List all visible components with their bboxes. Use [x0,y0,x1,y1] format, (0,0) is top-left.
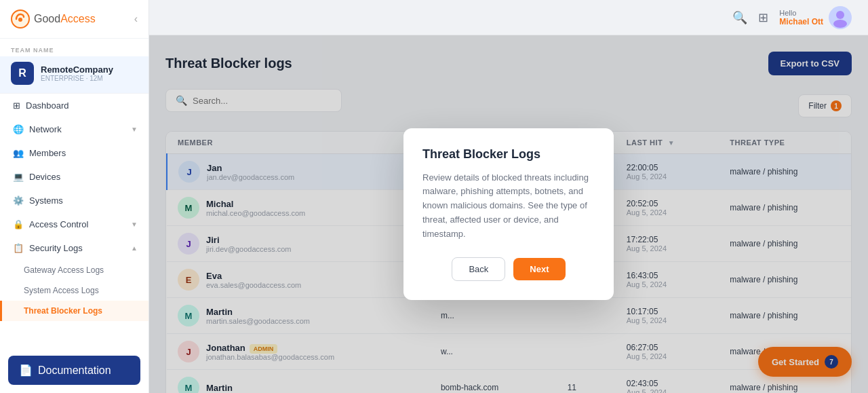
sidebar-item-network[interactable]: 🌐 Network ▼ [0,117,149,141]
svg-point-2 [836,11,844,19]
modal-actions: Back Next [422,257,595,281]
access-control-icon: 🔒 [13,219,24,229]
svg-point-3 [833,20,847,28]
team-name: RemoteCompany [41,64,113,75]
threat-blocker-logs-modal: Threat Blocker Logs Review details of bl… [403,128,614,301]
chevron-down-icon: ▼ [131,221,138,228]
sidebar-item-gateway-access-logs[interactable]: Gateway Access Logs [0,260,149,280]
logo: GoodAccess [11,10,96,29]
devices-icon: 💻 [13,172,24,182]
modal-title: Threat Blocker Logs [422,147,595,162]
network-icon: 🌐 [13,124,24,134]
sidebar-item-system-access-logs[interactable]: System Access Logs [0,280,149,301]
next-button[interactable]: Next [513,258,565,280]
docs-icon: 📄 [19,364,33,377]
sidebar-item-threat-blocker-logs[interactable]: Threat Blocker Logs [0,301,149,321]
logo-icon [11,10,30,29]
topbar: 🔍 ⊞ Hello Michael Ott [149,0,868,35]
logo-access: Access [60,13,96,24]
sidebar-collapse-button[interactable]: ‹ [134,13,138,25]
main-area: 🔍 ⊞ Hello Michael Ott Threat Blocker log… [149,0,868,393]
members-icon: 👥 [13,148,24,158]
modal-body: Review details of blocked threats includ… [422,171,595,242]
sidebar-item-systems[interactable]: ⚙️ Systems [0,189,149,212]
sidebar-item-security-logs[interactable]: 📋 Security Logs ▲ [0,236,149,260]
logo-good: Good [34,13,60,24]
systems-icon: ⚙️ [13,195,24,206]
sidebar-item-members[interactable]: 👥 Members [0,141,149,165]
user-greeting: Hello Michael Ott [779,9,823,26]
docs-label: Documentation [38,364,111,377]
logo-text: GoodAccess [34,13,96,25]
grid-icon[interactable]: ⊞ [758,10,768,25]
team-avatar: R [11,62,34,85]
modal-overlay: Threat Blocker Logs Review details of bl… [149,35,868,393]
search-icon[interactable]: 🔍 [732,10,747,25]
sidebar-item-devices[interactable]: 💻 Devices [0,165,149,189]
back-button[interactable]: Back [452,257,505,281]
team-card[interactable]: R RemoteCompany ENTERPRISE · 12M [0,56,149,94]
sidebar-item-dashboard[interactable]: ⊞ Dashboard [0,94,149,117]
chevron-up-icon: ▲ [131,244,138,252]
sidebar: GoodAccess ‹ TEAM NAME R RemoteCompany E… [0,0,149,393]
team-sub: ENTERPRISE · 12M [41,75,113,82]
user-menu[interactable]: Hello Michael Ott [779,6,852,29]
documentation-button[interactable]: 📄 Documentation [8,356,140,385]
dashboard-icon: ⊞ [13,100,20,111]
security-logs-icon: 📋 [13,243,24,253]
sidebar-item-access-control[interactable]: 🔒 Access Control ▼ [0,212,149,236]
sidebar-logo-area: GoodAccess ‹ [0,0,149,39]
team-info: RemoteCompany ENTERPRISE · 12M [41,64,113,82]
team-label: TEAM NAME [0,39,149,56]
svg-point-1 [18,18,22,22]
content-area: Threat Blocker logs Export to CSV 🔍 Filt… [149,35,868,393]
chevron-down-icon: ▼ [131,126,138,133]
user-avatar [829,6,852,29]
